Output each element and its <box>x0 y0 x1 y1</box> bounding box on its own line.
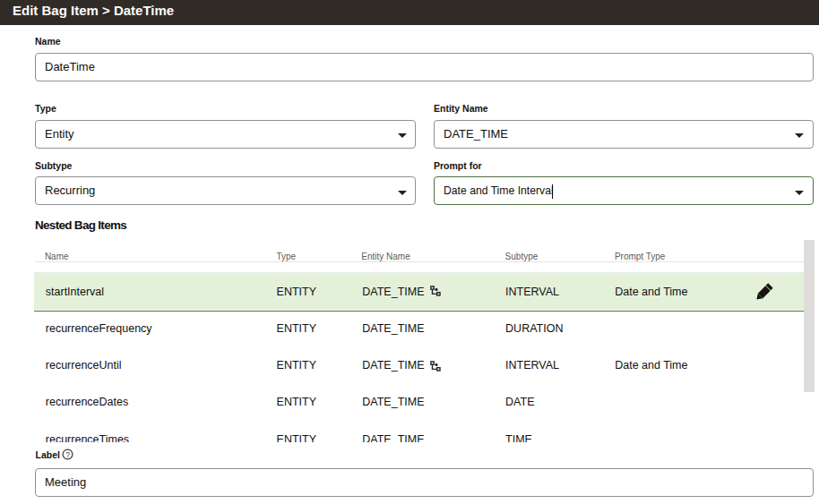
svg-text:?: ? <box>65 450 70 459</box>
